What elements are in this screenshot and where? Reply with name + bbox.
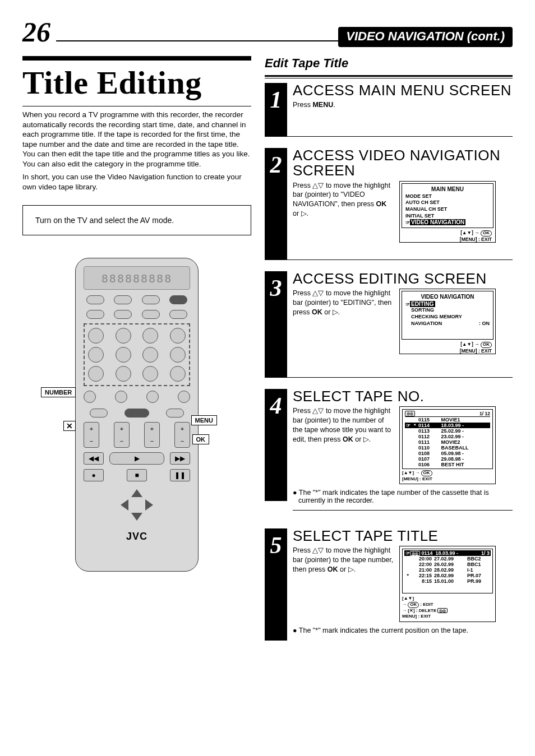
remote-lcd: 888888888 xyxy=(84,266,190,290)
step-3-title: ACCESS EDITING SCREEN xyxy=(293,271,513,286)
hint-exit: [MENU] : EXIT xyxy=(460,348,492,354)
menu-label: MENU xyxy=(312,101,333,109)
title-list-osd: ☞◎◎ 0114 18.03.99 - 1/ 3 20:0027.02.99BB… xyxy=(399,546,496,622)
remote-mid-row xyxy=(84,391,190,403)
title-list-footer: [▲▼] → OK : EDIT → [✕] : DELETE ◎◎ MENU]… xyxy=(402,596,493,619)
cassette-icon: ◎◎ xyxy=(437,608,448,613)
ffwd-icon: ▶▶ xyxy=(170,452,190,465)
tape-row: ☞*011418.03.99 - xyxy=(405,423,490,428)
osd-header: VIDEO NAVIGATION xyxy=(405,294,490,301)
text: Press △▽ to move the highlight bar (poin… xyxy=(293,407,391,443)
number-button xyxy=(116,328,131,344)
hand-icon: ☞ xyxy=(405,220,410,225)
remote-button xyxy=(142,310,160,319)
remote-button xyxy=(90,409,108,418)
callout-x: ✕ xyxy=(63,421,76,431)
hint-arrows: [▲▼] → xyxy=(460,341,481,347)
osd-header: MAIN MENU xyxy=(405,186,490,193)
right-column: Edit Tape Title 1 ACCESS MAIN MENU SCREE… xyxy=(265,56,513,652)
video-nav-osd: VIDEO NAVIGATION ☞EDITING SORTING CHECKI… xyxy=(399,289,496,354)
osd-hint: [▲▼] → OK [MENU] : EXIT xyxy=(400,341,495,354)
step-4-title: SELECT TAPE NO. xyxy=(293,389,513,404)
number-button xyxy=(116,366,131,382)
text: Press xyxy=(293,101,312,109)
remote-button xyxy=(114,310,132,319)
x-label: [✕] xyxy=(408,608,414,613)
callout-menu: MENU xyxy=(191,415,217,425)
tape-row: 011223.02.99 - xyxy=(405,434,490,439)
cassette-icon: ◎◎ xyxy=(410,551,420,556)
ok-icon: OK xyxy=(408,602,419,608)
tape-row: 010805.09.98 - xyxy=(405,451,490,456)
number-button xyxy=(170,347,186,363)
hint-arrows: [▲▼] → xyxy=(402,470,421,475)
text: or ▷. xyxy=(353,435,371,443)
osd-nav-label: NAVIGATION xyxy=(411,321,442,327)
page-header: 26 VIDEO NAVIGATION (cont.) xyxy=(22,17,513,47)
note-text: The "*" mark indicates the tape number o… xyxy=(298,489,489,504)
main-menu-osd: MAIN MENU MODE SET AUTO CH SET MANUAL CH… xyxy=(399,181,496,243)
page-number: 26 xyxy=(22,18,50,46)
cassette-icon: ◎◎ xyxy=(405,411,415,416)
pause-icon: ❚❚ xyxy=(170,469,190,481)
ok-icon: OK xyxy=(481,230,492,236)
text: or ▷. xyxy=(338,565,356,573)
hint-exit: [MENU] : EXIT xyxy=(402,476,432,481)
intro-paragraph-2: In short, you can use the Video Navigati… xyxy=(22,172,251,192)
text: or ▷. xyxy=(293,210,308,217)
edit-label: : EDIT xyxy=(419,602,433,607)
power-button-icon xyxy=(169,295,187,304)
text: Press △▽ to move the highlight bar (poin… xyxy=(293,289,391,316)
remote-button xyxy=(86,310,104,319)
step-number-2: 2 xyxy=(265,148,287,260)
number-pad-area xyxy=(84,323,190,386)
step-number-1: 1 xyxy=(265,83,287,137)
osd-item: AUTO CH SET xyxy=(405,200,490,206)
remote-row-ok xyxy=(84,409,190,418)
ok-label: OK xyxy=(376,200,386,208)
osd-item-selected: EDITING xyxy=(410,301,435,307)
title-row: 20:0027.02.99BBC2 xyxy=(404,556,491,562)
stop-icon: ■ xyxy=(127,469,147,481)
remote-button xyxy=(166,409,184,418)
step-5-note: ● The "*" mark indicates the current pos… xyxy=(293,627,513,634)
osd-nav-value: : ON xyxy=(479,321,490,327)
tape-date: 18.03.99 - xyxy=(436,550,459,556)
callout-number: NUMBER xyxy=(41,387,76,397)
osd-item: INITIAL SET xyxy=(405,213,490,220)
tape-row: 0110BASEBALL xyxy=(405,445,490,451)
transport-row-2: ● ■ ❚❚ xyxy=(84,469,190,481)
title-row: 21:0028.02.99I-1 xyxy=(404,567,491,573)
tape-no: 0114 xyxy=(422,550,433,556)
osd-item: CHECKING MEMORY xyxy=(405,314,490,321)
intro-paragraph-1: When you record a TV programme with this… xyxy=(22,110,251,169)
remote-button xyxy=(114,295,132,304)
number-button xyxy=(88,347,104,363)
hint-exit: [MENU] : EXIT xyxy=(460,236,492,242)
step-5-title: SELECT TAPE TITLE xyxy=(293,528,513,544)
tape-list-rows: 0115MOVIE1☞*011418.03.99 -011325.02.99 -… xyxy=(405,417,490,467)
number-button xyxy=(142,347,158,363)
rocker-button: +− xyxy=(174,422,190,448)
step-number-3: 3 xyxy=(265,271,287,378)
number-button xyxy=(170,366,186,382)
step-3-text: Press △▽ to move the highlight bar (poin… xyxy=(293,289,394,317)
remote-row-1 xyxy=(84,295,190,304)
instruction-box: Turn on the TV and select the AV mode. xyxy=(22,205,251,235)
tape-row: 011325.02.99 - xyxy=(405,428,490,434)
number-button xyxy=(142,366,158,382)
rocker-button: +− xyxy=(114,422,130,448)
plus-minus-row: +− +− +− +− xyxy=(84,422,190,448)
main-title: Title Editing xyxy=(22,64,251,101)
remote-button xyxy=(169,310,187,319)
ok-label: OK xyxy=(328,565,338,573)
number-button xyxy=(142,328,158,344)
title-row: *22:1528.02.99PR.07 xyxy=(404,573,491,578)
remote-button xyxy=(142,295,160,304)
step-1-text: Press MENU. xyxy=(293,100,513,110)
record-icon: ● xyxy=(84,469,104,481)
heading-rule-thin xyxy=(265,78,513,78)
tape-row: 0111MOVIE2 xyxy=(405,439,490,445)
step-4-note: ● The "*" mark indicates the tape number… xyxy=(293,489,513,504)
delete-label: : DELETE xyxy=(415,608,438,613)
